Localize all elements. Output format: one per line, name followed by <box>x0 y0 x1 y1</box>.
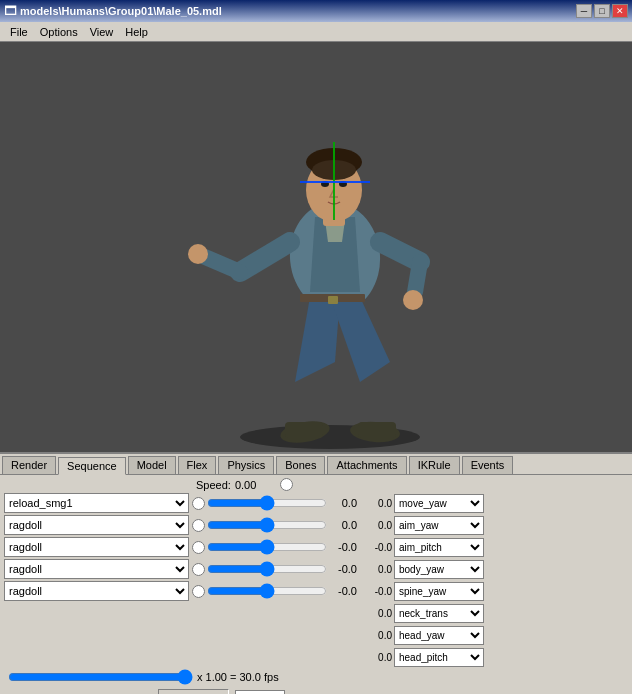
tab-model[interactable]: Model <box>128 456 176 474</box>
tab-bones[interactable]: Bones <box>276 456 325 474</box>
character-area <box>0 42 632 452</box>
named-slider-8[interactable]: head_pitch <box>394 648 484 667</box>
seq-slider-1[interactable] <box>207 495 327 511</box>
seq-val-3: -0.0 <box>329 541 357 553</box>
window-title: models\Humans\Group01\Male_05.mdl <box>20 5 222 17</box>
seq-val-1: 0.0 <box>329 497 357 509</box>
named-val-3: -0.0 <box>364 542 392 553</box>
titlebar-controls: ─ □ ✕ <box>576 4 628 18</box>
minimize-button[interactable]: ─ <box>576 4 592 18</box>
blend-value-input[interactable] <box>235 690 285 694</box>
fps-slider[interactable] <box>8 669 193 685</box>
named-slider-1[interactable]: move_yaw <box>394 494 484 513</box>
viewport[interactable] <box>0 42 632 452</box>
sequence-dropdown-3[interactable]: ragdoll <box>4 537 189 557</box>
menu-help[interactable]: Help <box>119 24 154 40</box>
seq-val-5: -0.0 <box>329 585 357 597</box>
svg-rect-26 <box>328 296 338 304</box>
blend-now-button[interactable]: Blend Now <box>158 689 229 694</box>
sequence-dropdown-4[interactable]: ragdoll <box>4 559 189 579</box>
named-slider-6[interactable]: neck_trans <box>394 604 484 623</box>
svg-point-10 <box>403 290 423 310</box>
svg-line-9 <box>415 262 420 292</box>
seq-radio-row3[interactable] <box>192 541 205 554</box>
svg-rect-17 <box>358 422 396 438</box>
named-val-7: 0.0 <box>364 630 392 641</box>
speed-radio-1[interactable] <box>280 478 293 491</box>
menu-file[interactable]: File <box>4 24 34 40</box>
named-slider-5[interactable]: spine_yaw <box>394 582 484 601</box>
named-slider-7[interactable]: head_yaw <box>394 626 484 645</box>
sequence-dropdown-5[interactable]: ragdoll <box>4 581 189 601</box>
seq-val-2: 0.0 <box>329 519 357 531</box>
named-val-5: -0.0 <box>364 586 392 597</box>
seq-radio-row1[interactable] <box>192 497 205 510</box>
speed-label: Speed: <box>196 479 231 491</box>
tab-physics[interactable]: Physics <box>218 456 274 474</box>
menu-options[interactable]: Options <box>34 24 84 40</box>
svg-point-7 <box>188 244 208 264</box>
sequence-dropdown-2[interactable]: ragdoll <box>4 515 189 535</box>
sequence-dropdown-1[interactable]: reload_smg1 <box>4 493 189 513</box>
named-val-2: 0.0 <box>364 520 392 531</box>
tabs: Render Sequence Model Flex Physics Bones… <box>0 454 632 475</box>
tab-attachments[interactable]: Attachments <box>327 456 406 474</box>
named-slider-4[interactable]: body_yaw <box>394 560 484 579</box>
fps-text: x 1.00 = 30.0 fps <box>197 671 279 683</box>
menu-view[interactable]: View <box>84 24 120 40</box>
tab-flex[interactable]: Flex <box>178 456 217 474</box>
named-val-8: 0.0 <box>364 652 392 663</box>
tab-ikrule[interactable]: IKRule <box>409 456 460 474</box>
tab-render[interactable]: Render <box>2 456 56 474</box>
character-model <box>0 42 632 452</box>
named-slider-2[interactable]: aim_yaw <box>394 516 484 535</box>
close-button[interactable]: ✕ <box>612 4 628 18</box>
named-val-1: 0.0 <box>364 498 392 509</box>
named-slider-3[interactable]: aim_pitch <box>394 538 484 557</box>
seq-radio-row4[interactable] <box>192 563 205 576</box>
seq-val-4: -0.0 <box>329 563 357 575</box>
titlebar-title: 🗖 models\Humans\Group01\Male_05.mdl <box>4 4 222 18</box>
menubar: File Options View Help <box>0 22 632 42</box>
svg-rect-15 <box>285 422 323 438</box>
tab-events[interactable]: Events <box>462 456 514 474</box>
seq-slider-4[interactable] <box>207 561 327 577</box>
bottom-panel: Render Sequence Model Flex Physics Bones… <box>0 452 632 694</box>
titlebar: 🗖 models\Humans\Group01\Male_05.mdl ─ □ … <box>0 0 632 22</box>
tab-sequence[interactable]: Sequence <box>58 457 126 475</box>
seq-slider-5[interactable] <box>207 583 327 599</box>
speed-value: 0.00 <box>235 479 256 491</box>
seq-slider-3[interactable] <box>207 539 327 555</box>
named-val-4: 0.0 <box>364 564 392 575</box>
named-val-6: 0.0 <box>364 608 392 619</box>
seq-radio-row2[interactable] <box>192 519 205 532</box>
seq-slider-2[interactable] <box>207 517 327 533</box>
seq-radio-row5[interactable] <box>192 585 205 598</box>
maximize-button[interactable]: □ <box>594 4 610 18</box>
